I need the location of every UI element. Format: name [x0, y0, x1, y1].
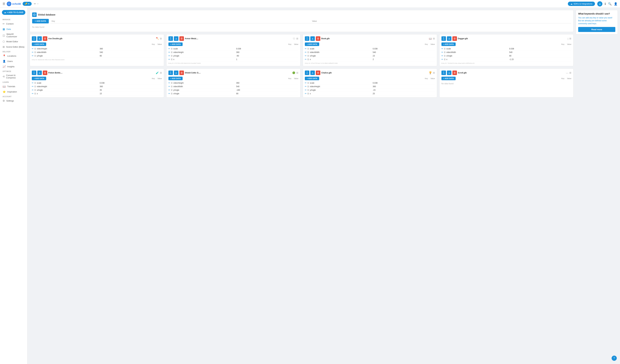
edit-row-icon[interactable]: ✏ [32, 47, 33, 50]
delete-row-icon[interactable]: 🗑 [34, 82, 36, 84]
card-upload-btn[interactable] [441, 71, 446, 75]
sidebar-item-model-editor[interactable]: ⬡ Model Editor [0, 39, 27, 44]
edit-row-icon[interactable]: ✏ [441, 58, 443, 61]
add-data-btn-shield-celtic[interactable]: + ADD DATA [168, 77, 183, 80]
delete-row-icon[interactable]: 🗑 [444, 58, 446, 61]
card-delete-btn[interactable] [43, 71, 47, 75]
sidebar-item-content[interactable]: ✏ Content [0, 21, 27, 27]
add-data-btn-dagger[interactable]: + ADD DATA [441, 43, 456, 46]
delete-row-icon[interactable]: 🗑 [171, 47, 173, 50]
edit-row-icon[interactable]: ✏ [168, 92, 170, 95]
sidebar-item-users[interactable]: 👤 Users [0, 59, 27, 64]
edit-row-icon[interactable]: ✏ [32, 85, 33, 88]
edit-row-icon[interactable]: ✏ [305, 58, 307, 61]
delete-row-icon[interactable]: 🗑 [34, 92, 36, 95]
delete-row-icon[interactable]: 🗑 [307, 85, 309, 88]
delete-row-icon[interactable]: 🗑 [444, 47, 446, 50]
sidebar-item-settings[interactable]: ⚙ Settings [0, 98, 27, 104]
edit-row-icon[interactable]: ✏ [168, 89, 170, 91]
edit-row-icon[interactable]: ✏ [305, 51, 307, 53]
delete-row-icon[interactable]: 🗑 [171, 89, 173, 91]
card-download-btn[interactable] [174, 71, 178, 75]
card-upload-btn[interactable] [441, 36, 446, 41]
card-options-icon[interactable]: ⊞ [160, 37, 162, 40]
delete-row-icon[interactable]: 🗑 [171, 55, 173, 57]
card-delete-btn[interactable] [452, 36, 457, 41]
card-delete-btn[interactable] [43, 36, 47, 41]
tool-button[interactable]: 🔑 ▾ [23, 2, 32, 6]
delete-row-icon[interactable]: 🗑 [34, 85, 36, 88]
card-upload-btn[interactable] [305, 71, 309, 75]
sidebar-item-locations[interactable]: 📍 Locations [0, 53, 27, 59]
card-download-btn[interactable] [37, 36, 42, 41]
edit-row-icon[interactable]: ✏ [168, 51, 170, 53]
delete-row-icon[interactable]: 🗑 [307, 89, 309, 91]
edit-row-icon[interactable]: ✏ [168, 47, 170, 50]
delete-row-icon[interactable]: 🗑 [307, 82, 309, 84]
pencil-icon[interactable]: ✏ [34, 2, 36, 5]
edit-row-icon[interactable]: ✏ [305, 85, 307, 88]
user-icon[interactable]: 👤 [614, 2, 618, 6]
add-to-cloud-button[interactable]: ☁ + ADD TO CLOUD [2, 10, 25, 15]
sidebar-item-data[interactable]: ▦ Data [0, 27, 27, 32]
sidebar-item-tutorials[interactable]: 📖 Tutorials [0, 84, 27, 89]
card-options-icon[interactable]: ⊞ [296, 37, 298, 40]
edit-row-icon[interactable]: ✏ [168, 55, 170, 57]
delete-row-icon[interactable]: 🗑 [171, 85, 173, 88]
sidebar-item-convert[interactable]: ⟲ Convert & Compress [0, 73, 27, 80]
edit-row-icon[interactable]: ✏ [305, 89, 307, 91]
delete-row-icon[interactable]: 🗑 [34, 47, 36, 50]
card-download-btn[interactable] [37, 71, 42, 75]
minus-icon[interactable]: − [37, 2, 38, 5]
delete-row-icon[interactable]: 🗑 [171, 51, 173, 53]
add-data-btn-book[interactable]: + ADD DATA [305, 43, 319, 46]
card-options-icon[interactable]: ⊞ [160, 71, 162, 74]
menu-icon[interactable]: ☰ [2, 2, 5, 6]
add-data-btn-potion-bottle[interactable]: + ADD DATA [32, 77, 46, 80]
card-delete-btn[interactable] [179, 71, 184, 75]
sidebar-item-insights[interactable]: 📈 Insights [0, 64, 27, 69]
help-question-button[interactable]: ? [612, 356, 617, 361]
delete-row-icon[interactable]: 🗑 [444, 51, 446, 53]
edit-row-icon[interactable]: ✏ [32, 55, 33, 57]
add-data-btn-scroll[interactable]: + ADD DATA [441, 77, 456, 80]
delete-row-icon[interactable]: 🗑 [171, 92, 173, 95]
card-options-icon[interactable]: ⊞ [433, 71, 435, 74]
delete-row-icon[interactable]: 🗑 [34, 51, 36, 53]
card-upload-btn[interactable] [168, 36, 173, 41]
card-options-icon[interactable]: ⊞ [569, 71, 571, 74]
add-data-btn-chalice[interactable]: + ADD DATA [305, 77, 319, 80]
edit-row-icon[interactable]: ✏ [168, 58, 170, 61]
add-data-btn-armor-metal[interactable]: + ADD DATA [168, 43, 183, 46]
edit-row-icon[interactable]: ✏ [32, 92, 33, 95]
delete-row-icon[interactable]: 🗑 [307, 47, 309, 50]
card-upload-btn[interactable] [32, 36, 36, 41]
delete-row-icon[interactable]: 🗑 [34, 55, 36, 57]
card-upload-btn[interactable] [168, 71, 173, 75]
edit-row-icon[interactable]: ✏ [32, 51, 33, 53]
sidebar-item-inspiration[interactable]: ⭐ Inspiration [0, 89, 27, 94]
info-icon[interactable]: ℹ [605, 2, 606, 6]
card-upload-btn[interactable] [32, 71, 36, 75]
card-delete-btn[interactable] [316, 36, 320, 41]
edit-row-icon[interactable]: ✏ [441, 47, 443, 50]
card-delete-btn[interactable] [179, 36, 184, 41]
edit-row-icon[interactable]: ✏ [32, 82, 33, 84]
edit-row-icon[interactable]: ✏ [32, 89, 33, 91]
card-options-icon[interactable]: ⊞ [296, 71, 298, 74]
edit-row-icon[interactable]: ✏ [441, 51, 443, 53]
card-download-btn[interactable] [447, 36, 451, 41]
sidebar-item-scene-editor[interactable]: ⊞ Scene Editor (Beta) [0, 44, 27, 49]
edit-row-icon[interactable]: ✏ [305, 55, 307, 57]
card-options-icon[interactable]: ⊞ [569, 37, 571, 40]
edit-row-icon[interactable]: ✏ [441, 55, 443, 57]
delete-row-icon[interactable]: 🗑 [307, 58, 309, 61]
delete-row-icon[interactable]: 🗑 [307, 55, 309, 57]
card-download-btn[interactable] [310, 36, 315, 41]
global-add-data-button[interactable]: + ADD DATA [32, 19, 49, 23]
read-more-button[interactable]: Read more [578, 27, 615, 32]
sidebar-item-webar[interactable]: ◫ WebAR Customizer [0, 32, 27, 39]
sdk-integrations-button[interactable]: ☁ SDKs & Integrations [568, 2, 595, 6]
card-download-btn[interactable] [310, 71, 315, 75]
edit-row-icon[interactable]: ✏ [168, 85, 170, 88]
